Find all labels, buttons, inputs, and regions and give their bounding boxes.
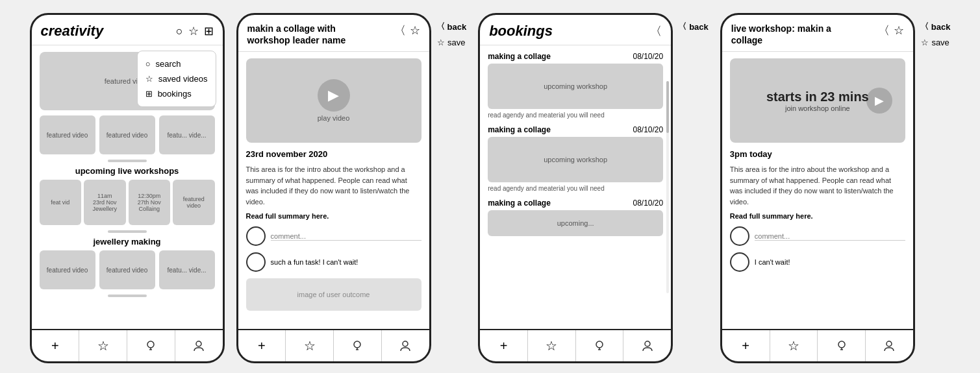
screen3-bottom-nav: + ☆ — [480, 329, 671, 361]
nav-bulb[interactable] — [127, 330, 175, 361]
screen4-back-button[interactable]: 〈 back — [920, 21, 951, 32]
screen2-back-icon[interactable]: 〈 — [394, 23, 406, 38]
screen4-save-icon[interactable]: ☆ — [894, 23, 904, 38]
screen2-comment-area — [246, 226, 421, 246]
nav4-add[interactable]: + — [722, 330, 770, 361]
booking1-date: 08/10/20 — [633, 52, 663, 61]
screen2-save-icon[interactable]: ☆ — [410, 23, 420, 38]
jewellery-small-1[interactable]: featured video — [40, 250, 95, 289]
nav4-bulb[interactable] — [818, 330, 866, 361]
screen2-header-icons: 〈 ☆ — [394, 23, 420, 38]
scrollbar-track — [666, 81, 669, 293]
nav-star[interactable]: ☆ — [79, 330, 127, 361]
workshop-card-center2[interactable]: 12:30pm 27th Nov Collaing — [129, 180, 171, 225]
screen4-phone: live workshop: makin a collage 〈 ☆ start… — [720, 13, 915, 363]
featured-small-3[interactable]: featu... vide... — [159, 115, 215, 154]
user-icon4 — [883, 339, 896, 352]
screen4-comment-input[interactable] — [755, 232, 905, 241]
screen2-comment-text: such a fun task! I can't wait! — [271, 258, 358, 266]
save-star-icon: ☆ — [437, 38, 445, 47]
screen2-phone: makin a collage with workshop leader nam… — [236, 13, 431, 363]
screen4-title: live workshop: makin a collage — [731, 23, 835, 46]
booking2-name: making a collage — [488, 125, 551, 134]
screen2-avatar — [246, 226, 266, 246]
svg-point-3 — [196, 341, 201, 346]
star-icon-btn[interactable]: ☆ — [188, 24, 199, 38]
featured-small-1[interactable]: featured video — [40, 115, 95, 154]
screen2-side-controls: 〈 back ☆ save — [436, 13, 467, 47]
menu-icon-btn[interactable]: ⊞ — [204, 24, 214, 38]
booking2-sub: read agendy and meaterial you will need — [488, 185, 663, 192]
menu-search[interactable]: ○ search — [145, 56, 208, 71]
save-label4: save — [931, 38, 949, 47]
screen3-close-icon[interactable]: 〈 — [650, 23, 662, 39]
back-label: back — [447, 22, 467, 32]
join-workshop-text: join workshop online — [785, 104, 850, 112]
back-chevron-icon3: 〈 — [678, 21, 686, 32]
screen4-side-controls: 〈 back ☆ save — [920, 13, 951, 47]
screen4-comment-row: I can't wait! — [730, 252, 905, 272]
menu-bookings[interactable]: ⊞ bookings — [145, 86, 208, 101]
booking1-row: making a collage 08/10/20 — [488, 52, 663, 61]
screen2-comment-input[interactable] — [271, 232, 421, 241]
screen4-save-button[interactable]: ☆ save — [921, 38, 949, 47]
starts-in-text: starts in 23 mins — [766, 90, 869, 104]
nav2-star[interactable]: ☆ — [286, 330, 334, 361]
search-icon-btn[interactable]: ○ — [176, 25, 183, 38]
screen2-bottom-nav: + ☆ — [238, 329, 429, 361]
screen2-save-button[interactable]: ☆ save — [437, 38, 465, 47]
screen1-topbar: creativity ○ ☆ ⊞ — [32, 15, 223, 45]
screen4-readmore[interactable]: Read full summary here. — [730, 212, 905, 220]
booking2-card[interactable]: upcoming workshop — [488, 137, 663, 182]
screen2-readmore[interactable]: Read full summary here. — [246, 212, 421, 220]
screen1-title: creativity — [41, 23, 104, 40]
screen4-header: live workshop: makin a collage 〈 ☆ — [722, 15, 913, 52]
workshop-card-left[interactable]: feat vid — [40, 180, 82, 225]
screen4-header-icons: 〈 ☆ — [878, 23, 904, 38]
screen4-play-icon[interactable]: ▶ — [866, 88, 892, 114]
menu-saved-label: saved videos — [158, 74, 208, 84]
nav2-user[interactable] — [382, 330, 429, 361]
screen4-back-icon[interactable]: 〈 — [878, 23, 890, 38]
nav2-add[interactable]: + — [238, 330, 286, 361]
screen3-back-button[interactable]: 〈 back — [678, 21, 709, 32]
svg-point-11 — [645, 341, 650, 346]
jewellery-small-3[interactable]: featu... vide... — [159, 250, 215, 289]
screen2-back-button[interactable]: 〈 back — [436, 21, 467, 32]
booking1-card[interactable]: upcoming workshop — [488, 64, 663, 109]
workshops-section-title: upcoming live workshops — [40, 166, 215, 176]
screen2-video-hero[interactable]: ▶ play video — [246, 58, 421, 143]
workshop-card-right[interactable]: featured video — [173, 180, 215, 225]
nav3-star[interactable]: ☆ — [528, 330, 576, 361]
workshop-time-2: 12:30pm — [138, 193, 161, 199]
booking3-card[interactable]: upcoming... — [488, 210, 663, 236]
nav4-star[interactable]: ☆ — [770, 330, 818, 361]
scrollbar-thumb[interactable] — [666, 81, 669, 133]
screen3-side-controls: 〈 back — [678, 13, 709, 32]
play-button[interactable]: ▶ — [318, 79, 350, 112]
back-chevron-icon4: 〈 — [920, 21, 929, 32]
nav4-user[interactable] — [866, 330, 913, 361]
nav-add[interactable]: + — [32, 330, 80, 361]
featured-video-row: featured video featured video featu... v… — [40, 115, 215, 154]
screen4-video-hero[interactable]: starts in 23 mins join workshop online ▶ — [730, 58, 905, 143]
svg-point-7 — [403, 341, 408, 346]
workshop-card-center[interactable]: 11am 23rd Nov Jewellery — [84, 180, 126, 225]
nav3-user[interactable] — [623, 330, 671, 361]
user-icon3 — [641, 339, 654, 352]
back-chevron-icon: 〈 — [436, 21, 445, 32]
jewellery-small-2[interactable]: featured video — [99, 250, 155, 289]
booking2-date: 08/10/20 — [633, 125, 663, 134]
back-label3: back — [689, 22, 709, 32]
bulb-icon2 — [351, 339, 364, 352]
screen1-bottom-nav: + ☆ — [32, 329, 223, 361]
screen4-avatar — [730, 226, 749, 246]
menu-saved-videos[interactable]: ☆ saved videos — [145, 71, 208, 86]
featured-small-2[interactable]: featured video — [99, 115, 155, 154]
nav3-bulb[interactable] — [576, 330, 624, 361]
nav-user[interactable] — [175, 330, 223, 361]
bookings-icon: ⊞ — [145, 89, 153, 99]
nav3-add[interactable]: + — [480, 330, 528, 361]
nav2-bulb[interactable] — [334, 330, 382, 361]
screen4-commenter-avatar — [730, 252, 749, 272]
